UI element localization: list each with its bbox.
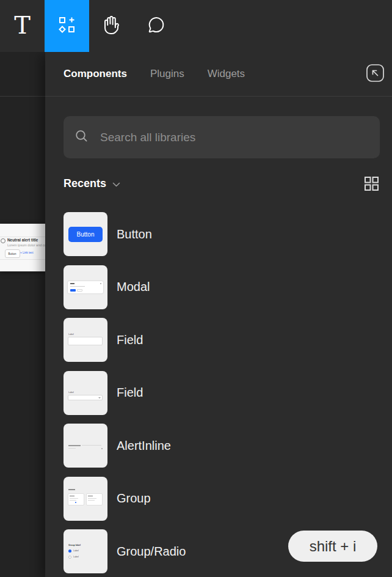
recents-header: Recents [64, 176, 379, 191]
thumbnail-group-preview [64, 477, 107, 521]
text-tool-button[interactable]: T [0, 0, 45, 52]
thumbnail-field-select-preview: Label [64, 371, 107, 415]
mini-button: Button [68, 227, 103, 242]
canvas-area: Neutral alert title Lorem ipsum dolor an… [0, 52, 45, 577]
components-panel: Components Plugins Widgets [45, 52, 392, 577]
item-label: Field [117, 333, 143, 347]
thumbnail-modal-preview [64, 265, 107, 309]
mini-select [68, 395, 103, 400]
mini-radio-selected [68, 549, 71, 553]
search-box[interactable] [64, 116, 380, 158]
alert-link: + Link text [20, 251, 33, 254]
alert-top-divider [0, 237, 46, 237]
figma-app-window: Neutral alert title Lorem ipsum dolor an… [0, 0, 392, 577]
panel-tabs: Components Plugins Widgets [64, 68, 245, 80]
grid-view-button[interactable] [364, 176, 379, 191]
mini-card [86, 493, 103, 505]
item-label: Field [117, 386, 143, 400]
list-item-field-input[interactable]: Label Field [64, 318, 392, 362]
components-tool-button[interactable] [45, 0, 89, 52]
search-icon [74, 128, 89, 146]
item-label: Group [117, 491, 151, 505]
hand-icon [102, 15, 122, 37]
list-item-alertinline[interactable]: AlertInline [64, 424, 392, 468]
alert-bottom-divider [0, 259, 46, 260]
list-item-field-select[interactable]: Label Field [64, 371, 392, 415]
thumbnail-alertinline-preview [64, 424, 107, 468]
popout-arrow-icon [366, 64, 385, 85]
alert-button: Button [5, 249, 20, 258]
thumbnail-field-input-preview: Label [64, 318, 107, 362]
list-item-modal[interactable]: Modal [64, 265, 392, 309]
mini-radio-unselected [68, 556, 71, 559]
mini-input [68, 337, 103, 345]
components-list: Button Button Modal L [64, 212, 392, 577]
thumbnail-button-preview: Button [64, 212, 107, 256]
item-label: Group/Radio [117, 545, 186, 559]
text-tool-icon: T [14, 13, 31, 37]
components-icon [59, 17, 75, 35]
tab-components[interactable]: Components [64, 68, 127, 80]
alert-body: Lorem ipsum dolor and consec [7, 244, 46, 248]
tab-widgets[interactable]: Widgets [208, 68, 245, 80]
hand-tool-button[interactable] [89, 0, 134, 52]
search-input[interactable] [99, 130, 369, 145]
panel-header: Components Plugins Widgets [45, 52, 392, 97]
info-icon [1, 238, 5, 243]
item-label: Button [117, 227, 152, 241]
canvas-alert-preview: Neutral alert title Lorem ipsum dolor an… [0, 224, 46, 271]
popout-panel-button[interactable] [365, 64, 385, 84]
list-item-group[interactable]: Group [64, 477, 392, 521]
thumbnail-group-radio-preview: Group label Label Label [64, 529, 107, 573]
comment-tool-button[interactable] [134, 0, 178, 52]
recents-title[interactable]: Recents [64, 177, 106, 190]
alert-title: Neutral alert title [7, 238, 38, 242]
mini-modal [68, 281, 103, 293]
mini-card [68, 493, 84, 505]
list-item-button[interactable]: Button Button [64, 212, 392, 256]
item-label: AlertInline [117, 439, 171, 453]
tab-plugins[interactable]: Plugins [150, 68, 184, 80]
comment-bubble-icon [147, 16, 165, 37]
item-label: Modal [117, 280, 150, 294]
chevron-down-icon[interactable] [112, 179, 120, 190]
shortcut-badge: shift + i [288, 531, 377, 562]
canvas-frame-edge [0, 96, 45, 97]
caret-down-icon [98, 397, 101, 399]
toolbar: T [0, 0, 392, 52]
